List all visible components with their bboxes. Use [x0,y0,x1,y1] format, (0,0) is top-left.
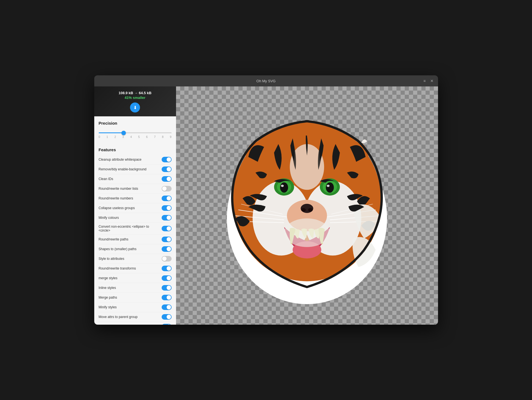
feature-label-round-transforms: Round/rewrite transforms [99,266,162,270]
tick-1: 1 [106,135,108,139]
feature-label-round-paths: Round/rewrite paths [99,237,162,241]
tick-2: 2 [114,135,116,139]
feature-label-cleanup-whitespace: Cleanup attribute whitespace [99,158,162,161]
checker-background [176,86,438,325]
feature-row-round-paths: Round/rewrite paths [99,235,172,244]
sidebar-body: Precision 0 1 2 3 4 5 6 7 8 [94,116,176,325]
feature-toggle-round-transforms[interactable] [162,266,172,271]
feature-label-shapes-to-paths: Shapes to (smaller) paths [99,247,162,251]
feature-row-merge-styles: merge styles [99,273,172,283]
svg-point-16 [301,208,306,211]
feature-toggle-minify-styles[interactable] [162,304,172,310]
feature-label-round-numbers: Round/rewrite numbers [99,196,162,200]
feature-label-inline-styles: Inline styles [99,286,162,290]
features-title: Features [99,147,172,152]
feature-label-convert-ellipse: Convert non-eccentric <ellipse> to <circ… [99,225,162,232]
features-list: Cleanup attribute whitespaceRemove/tidy … [99,155,172,325]
feature-toggle-style-to-attrs[interactable] [162,256,172,261]
precision-slider-container: 0 1 2 3 4 5 6 7 8 9 [99,128,172,143]
sidebar-header: 108.9 kB → 64.5 kB 41% smaller ⬇ [94,86,176,116]
svg-point-8 [280,182,288,193]
feature-label-round-number-lists: Round/rewrite number lists [99,187,162,191]
precision-section: Precision 0 1 2 3 4 5 6 7 8 [99,121,172,143]
svg-point-9 [281,185,284,187]
feature-label-move-attrs-parent: Move attrs to parent group [99,315,162,319]
svg-point-12 [326,182,334,193]
tick-9: 9 [170,135,172,139]
feature-toggle-inline-styles[interactable] [162,285,172,291]
tick-3: 3 [122,135,124,139]
feature-row-move-attrs-parent: Move attrs to parent group [99,312,172,322]
feature-label-collapse-groups: Collapse useless groups [99,206,162,210]
file-size-info: 108.9 kB → 64.5 kB [100,91,170,95]
main-content: 108.9 kB → 64.5 kB 41% smaller ⬇ Precisi… [94,86,438,325]
svg-point-13 [327,185,329,187]
feature-row-convert-ellipse: Convert non-eccentric <ellipse> to <circ… [99,223,172,235]
feature-toggle-minify-colours[interactable] [162,215,172,220]
feature-row-round-number-lists: Round/rewrite number lists [99,184,172,194]
feature-row-move-group-attrs: Move group attrs to elements [99,322,172,325]
close-button[interactable]: ✕ [429,78,435,84]
feature-toggle-move-attrs-parent[interactable] [162,314,172,320]
feature-row-collapse-groups: Collapse useless groups [99,203,172,213]
title-bar: Oh My SVG ≡ ✕ [94,75,438,86]
tick-4: 4 [130,135,132,139]
feature-label-merge-paths: Merge paths [99,296,162,299]
feature-toggle-remove-tidy-bg[interactable] [162,166,172,172]
tick-6: 6 [146,135,148,139]
feature-row-style-to-attrs: Style to attributes [99,254,172,264]
download-button[interactable]: ⬇ [130,102,140,112]
feature-row-round-transforms: Round/rewrite transforms [99,264,172,273]
feature-row-remove-tidy-bg: Remove/tidy enable-background [99,165,172,174]
feature-row-minify-colours: Minify colours [99,213,172,223]
tiger-svg [189,98,425,313]
feature-label-minify-styles: Minify styles [99,305,162,309]
feature-toggle-shapes-to-paths[interactable] [162,246,172,252]
download-icon: ⬇ [133,105,137,110]
feature-toggle-clean-ids[interactable] [162,176,172,182]
svg-point-27 [284,218,330,247]
feature-toggle-round-paths[interactable] [162,237,172,242]
feature-toggle-convert-ellipse[interactable] [162,226,172,231]
feature-row-shapes-to-paths: Shapes to (smaller) paths [99,244,172,254]
slider-ticks: 0 1 2 3 4 5 6 7 8 9 [99,135,172,139]
feature-toggle-collapse-groups[interactable] [162,205,172,211]
feature-row-inline-styles: Inline styles [99,283,172,293]
feature-label-clean-ids: Clean IDs [99,177,162,181]
feature-row-clean-ids: Clean IDs [99,174,172,184]
feature-row-merge-paths: Merge paths [99,293,172,302]
feature-toggle-merge-styles[interactable] [162,275,172,281]
tick-0: 0 [99,135,100,139]
window-title: Oh My SVG [256,79,276,83]
tick-7: 7 [154,135,156,139]
preview-area [176,86,438,325]
precision-slider[interactable] [99,132,172,133]
file-size-original: 108.9 kB [119,91,133,95]
feature-toggle-merge-paths[interactable] [162,295,172,300]
feature-row-round-numbers: Round/rewrite numbers [99,194,172,203]
arrow: → [134,91,138,95]
menu-button[interactable]: ≡ [422,78,427,84]
feature-toggle-cleanup-whitespace[interactable] [162,157,172,162]
feature-row-minify-styles: Minify styles [99,302,172,312]
size-reduction: 41% smaller [100,96,170,100]
feature-label-style-to-attrs: Style to attributes [99,257,162,261]
tick-8: 8 [162,135,164,139]
tick-5: 5 [138,135,140,139]
feature-label-minify-colours: Minify colours [99,216,162,220]
sidebar: 108.9 kB → 64.5 kB 41% smaller ⬇ Precisi… [94,86,176,325]
features-section: Features Cleanup attribute whitespaceRem… [99,147,172,325]
feature-row-cleanup-whitespace: Cleanup attribute whitespace [99,155,172,165]
precision-title: Precision [99,121,172,125]
feature-label-merge-styles: merge styles [99,276,162,280]
feature-toggle-round-numbers[interactable] [162,196,172,201]
file-size-optimized: 64.5 kB [139,91,152,95]
window-controls: ≡ ✕ [422,78,434,84]
app-window: Oh My SVG ≡ ✕ 108.9 kB → 64.5 kB 41% sma… [94,75,438,325]
feature-toggle-move-group-attrs[interactable] [162,324,172,325]
svg-point-17 [308,208,313,211]
feature-label-remove-tidy-bg: Remove/tidy enable-background [99,167,162,171]
feature-toggle-round-number-lists[interactable] [162,186,172,191]
